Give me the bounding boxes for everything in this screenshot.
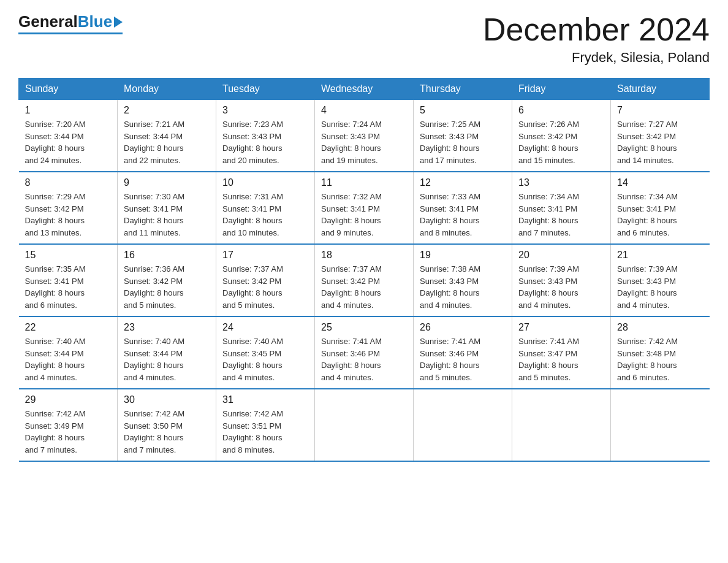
day-info: Sunrise: 7:40 AM Sunset: 3:44 PM Dayligh…	[25, 335, 112, 383]
day-cell-21: 21Sunrise: 7:39 AM Sunset: 3:43 PM Dayli…	[611, 244, 710, 316]
day-number: 19	[420, 250, 506, 261]
day-header-tuesday: Tuesday	[216, 79, 315, 100]
day-info: Sunrise: 7:38 AM Sunset: 3:43 PM Dayligh…	[420, 263, 506, 311]
day-info: Sunrise: 7:39 AM Sunset: 3:43 PM Dayligh…	[617, 263, 703, 311]
month-title: December 2024	[483, 12, 710, 47]
day-number: 6	[518, 105, 604, 116]
day-cell-15: 15Sunrise: 7:35 AM Sunset: 3:41 PM Dayli…	[19, 244, 118, 316]
day-cell-9: 9Sunrise: 7:30 AM Sunset: 3:41 PM Daylig…	[118, 172, 216, 244]
day-info: Sunrise: 7:39 AM Sunset: 3:43 PM Dayligh…	[518, 263, 604, 311]
day-cell-19: 19Sunrise: 7:38 AM Sunset: 3:43 PM Dayli…	[414, 244, 512, 316]
day-cell-11: 11Sunrise: 7:32 AM Sunset: 3:41 PM Dayli…	[315, 172, 414, 244]
day-info: Sunrise: 7:20 AM Sunset: 3:44 PM Dayligh…	[25, 118, 112, 166]
day-number: 24	[222, 322, 308, 333]
day-cell-8: 8Sunrise: 7:29 AM Sunset: 3:42 PM Daylig…	[19, 172, 118, 244]
day-cell-16: 16Sunrise: 7:36 AM Sunset: 3:42 PM Dayli…	[118, 244, 216, 316]
logo-blue-part: Blue	[78, 12, 123, 31]
logo-triangle-icon	[114, 17, 123, 28]
day-cell-22: 22Sunrise: 7:40 AM Sunset: 3:44 PM Dayli…	[19, 316, 118, 389]
day-number: 15	[25, 250, 112, 261]
day-cell-18: 18Sunrise: 7:37 AM Sunset: 3:42 PM Dayli…	[315, 244, 414, 316]
day-cell-12: 12Sunrise: 7:33 AM Sunset: 3:41 PM Dayli…	[414, 172, 512, 244]
logo-general-text: General	[18, 12, 78, 31]
day-cell-6: 6Sunrise: 7:26 AM Sunset: 3:42 PM Daylig…	[512, 100, 611, 172]
day-cell-24: 24Sunrise: 7:40 AM Sunset: 3:45 PM Dayli…	[216, 316, 315, 389]
day-number: 18	[321, 250, 407, 261]
logo: General Blue	[18, 12, 123, 34]
day-cell-1: 1Sunrise: 7:20 AM Sunset: 3:44 PM Daylig…	[19, 100, 118, 172]
day-info: Sunrise: 7:30 AM Sunset: 3:41 PM Dayligh…	[124, 191, 210, 239]
day-info: Sunrise: 7:34 AM Sunset: 3:41 PM Dayligh…	[518, 191, 604, 239]
day-info: Sunrise: 7:35 AM Sunset: 3:41 PM Dayligh…	[25, 263, 112, 311]
day-number: 11	[321, 177, 407, 188]
day-cell-7: 7Sunrise: 7:27 AM Sunset: 3:42 PM Daylig…	[611, 100, 710, 172]
day-cell-30: 30Sunrise: 7:42 AM Sunset: 3:50 PM Dayli…	[118, 389, 216, 461]
day-number: 2	[124, 105, 210, 116]
day-info: Sunrise: 7:42 AM Sunset: 3:49 PM Dayligh…	[25, 408, 112, 456]
day-number: 29	[25, 394, 112, 405]
day-cell-17: 17Sunrise: 7:37 AM Sunset: 3:42 PM Dayli…	[216, 244, 315, 316]
day-number: 9	[124, 177, 210, 188]
day-header-friday: Friday	[512, 79, 611, 100]
day-cell-14: 14Sunrise: 7:34 AM Sunset: 3:41 PM Dayli…	[611, 172, 710, 244]
day-header-sunday: Sunday	[19, 79, 118, 100]
day-info: Sunrise: 7:37 AM Sunset: 3:42 PM Dayligh…	[222, 263, 308, 311]
day-number: 23	[124, 322, 210, 333]
day-info: Sunrise: 7:34 AM Sunset: 3:41 PM Dayligh…	[617, 191, 703, 239]
day-number: 21	[617, 250, 703, 261]
day-number: 16	[124, 250, 210, 261]
day-info: Sunrise: 7:41 AM Sunset: 3:46 PM Dayligh…	[321, 335, 407, 383]
day-cell-29: 29Sunrise: 7:42 AM Sunset: 3:49 PM Dayli…	[19, 389, 118, 461]
calendar-header-row: SundayMondayTuesdayWednesdayThursdayFrid…	[19, 79, 710, 100]
day-info: Sunrise: 7:40 AM Sunset: 3:44 PM Dayligh…	[124, 335, 210, 383]
day-number: 8	[25, 177, 112, 188]
day-number: 4	[321, 105, 407, 116]
day-number: 22	[25, 322, 112, 333]
calendar-table: SundayMondayTuesdayWednesdayThursdayFrid…	[18, 78, 710, 462]
day-info: Sunrise: 7:25 AM Sunset: 3:43 PM Dayligh…	[420, 118, 506, 166]
day-cell-28: 28Sunrise: 7:42 AM Sunset: 3:48 PM Dayli…	[611, 316, 710, 389]
day-header-thursday: Thursday	[414, 79, 512, 100]
day-info: Sunrise: 7:27 AM Sunset: 3:42 PM Dayligh…	[617, 118, 703, 166]
day-cell-3: 3Sunrise: 7:23 AM Sunset: 3:43 PM Daylig…	[216, 100, 315, 172]
day-cell-4: 4Sunrise: 7:24 AM Sunset: 3:43 PM Daylig…	[315, 100, 414, 172]
day-number: 14	[617, 177, 703, 188]
day-info: Sunrise: 7:42 AM Sunset: 3:51 PM Dayligh…	[222, 408, 308, 456]
day-number: 31	[222, 394, 308, 405]
day-info: Sunrise: 7:33 AM Sunset: 3:41 PM Dayligh…	[420, 191, 506, 239]
day-number: 17	[222, 250, 308, 261]
day-number: 10	[222, 177, 308, 188]
day-number: 26	[420, 322, 506, 333]
day-info: Sunrise: 7:26 AM Sunset: 3:42 PM Dayligh…	[518, 118, 604, 166]
logo-blue-text: Blue	[78, 12, 112, 31]
day-number: 27	[518, 322, 604, 333]
day-number: 3	[222, 105, 308, 116]
day-number: 7	[617, 105, 703, 116]
day-info: Sunrise: 7:24 AM Sunset: 3:43 PM Dayligh…	[321, 118, 407, 166]
page-header: General Blue December 2024 Frydek, Siles…	[18, 12, 710, 66]
day-cell-empty	[512, 389, 611, 461]
day-number: 12	[420, 177, 506, 188]
week-row-2: 8Sunrise: 7:29 AM Sunset: 3:42 PM Daylig…	[19, 172, 710, 244]
week-row-3: 15Sunrise: 7:35 AM Sunset: 3:41 PM Dayli…	[19, 244, 710, 316]
day-info: Sunrise: 7:21 AM Sunset: 3:44 PM Dayligh…	[124, 118, 210, 166]
logo-underline	[18, 33, 123, 34]
week-row-1: 1Sunrise: 7:20 AM Sunset: 3:44 PM Daylig…	[19, 100, 710, 172]
day-cell-empty	[315, 389, 414, 461]
day-info: Sunrise: 7:31 AM Sunset: 3:41 PM Dayligh…	[222, 191, 308, 239]
day-cell-10: 10Sunrise: 7:31 AM Sunset: 3:41 PM Dayli…	[216, 172, 315, 244]
day-info: Sunrise: 7:40 AM Sunset: 3:45 PM Dayligh…	[222, 335, 308, 383]
day-number: 28	[617, 322, 703, 333]
day-info: Sunrise: 7:42 AM Sunset: 3:48 PM Dayligh…	[617, 335, 703, 383]
day-info: Sunrise: 7:29 AM Sunset: 3:42 PM Dayligh…	[25, 191, 112, 239]
day-header-monday: Monday	[118, 79, 216, 100]
day-cell-23: 23Sunrise: 7:40 AM Sunset: 3:44 PM Dayli…	[118, 316, 216, 389]
day-info: Sunrise: 7:32 AM Sunset: 3:41 PM Dayligh…	[321, 191, 407, 239]
week-row-4: 22Sunrise: 7:40 AM Sunset: 3:44 PM Dayli…	[19, 316, 710, 389]
day-info: Sunrise: 7:23 AM Sunset: 3:43 PM Dayligh…	[222, 118, 308, 166]
day-header-wednesday: Wednesday	[315, 79, 414, 100]
day-cell-empty	[414, 389, 512, 461]
day-cell-26: 26Sunrise: 7:41 AM Sunset: 3:46 PM Dayli…	[414, 316, 512, 389]
day-number: 1	[25, 105, 112, 116]
day-cell-2: 2Sunrise: 7:21 AM Sunset: 3:44 PM Daylig…	[118, 100, 216, 172]
